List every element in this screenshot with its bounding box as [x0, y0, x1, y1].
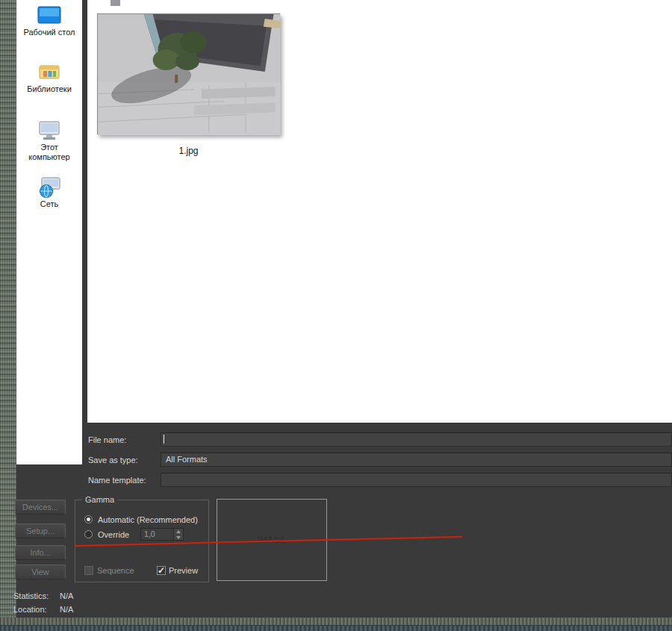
sequence-checkbox[interactable]: [84, 566, 93, 575]
preview-label[interactable]: Preview: [169, 566, 198, 575]
spinner-down-icon[interactable]: [174, 535, 183, 541]
name-template-label: Name template:: [88, 476, 146, 485]
sidebar-item-libraries[interactable]: Библиотеки: [16, 61, 82, 94]
places-sidebar: Рабочий стол Библиотеки: [16, 0, 82, 464]
info-button[interactable]: Info...: [15, 545, 66, 560]
save-as-type-select[interactable]: All Formats: [161, 453, 672, 467]
computer-icon: [37, 119, 62, 142]
name-template-input[interactable]: [161, 473, 672, 487]
desktop-texture-left: [0, 0, 16, 631]
taskbar-strip: [0, 625, 672, 631]
gamma-override-spinner[interactable]: 1,0: [140, 528, 184, 541]
preview-checkbox[interactable]: [157, 566, 166, 575]
save-image-dialog: Рабочий стол Библиотеки: [0, 0, 672, 631]
sidebar-item-label: Библиотеки: [16, 84, 82, 94]
file-browser-area[interactable]: 1.jpg: [87, 0, 672, 423]
sidebar-item-desktop[interactable]: Рабочий стол: [16, 4, 82, 37]
file-name-label: 1.jpg: [97, 146, 280, 156]
libraries-icon: [37, 61, 62, 84]
gamma-override-label[interactable]: Override: [98, 530, 129, 539]
sidebar-item-this-pc[interactable]: Этот компьютер: [16, 119, 82, 162]
gamma-group-title: Gamma: [82, 495, 117, 504]
file-thumbnail-image: [98, 14, 281, 135]
file-name-field-label: File name:: [88, 435, 126, 444]
gamma-override-radio[interactable]: [84, 530, 93, 538]
spinner-buttons: [173, 529, 183, 540]
gamma-automatic-radio[interactable]: [84, 515, 93, 523]
sidebar-item-network[interactable]: Сеть: [16, 176, 82, 209]
desktop-texture-bottom: [0, 618, 672, 625]
text-cursor: [164, 435, 164, 444]
network-icon: [37, 176, 62, 199]
location-label: Location:: [13, 605, 47, 614]
save-as-type-label: Save as type:: [88, 456, 138, 464]
devices-button[interactable]: Devices...: [15, 500, 66, 515]
sequence-label[interactable]: Sequence: [97, 566, 134, 575]
sidebar-item-label: Этот компьютер: [25, 143, 74, 162]
sidebar-item-label: Сеть: [16, 199, 82, 209]
desktop-icon: [37, 4, 62, 27]
window-edge-artifact: [111, 0, 120, 6]
setup-button[interactable]: Setup...: [15, 523, 66, 538]
gamma-override-value[interactable]: 1,0: [141, 529, 173, 540]
sidebar-item-label: Рабочий стол: [16, 28, 82, 37]
statistics-value: N/A: [60, 591, 73, 600]
file-thumbnail[interactable]: [97, 13, 280, 134]
file-name-input[interactable]: [161, 432, 672, 447]
location-value: N/A: [60, 605, 73, 614]
gamma-automatic-label[interactable]: Automatic (Recommended): [98, 515, 198, 524]
view-button[interactable]: View: [15, 565, 66, 579]
statistics-label: Statistics:: [13, 591, 49, 600]
spinner-up-icon[interactable]: [174, 529, 183, 535]
